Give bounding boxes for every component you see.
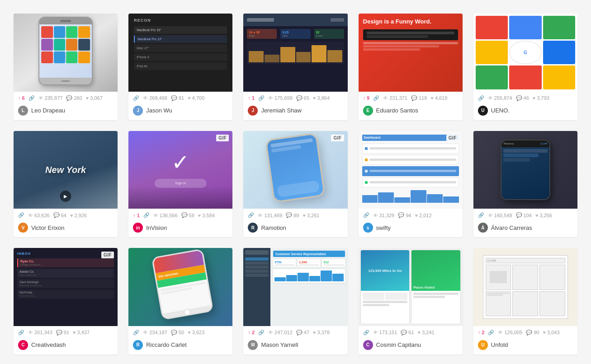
card-author[interactable]: MMason Yarnell [243,337,347,355]
boost-count: 9 [367,95,369,101]
card-author[interactable]: RRiccardo Carlet [128,337,232,355]
comment-icon: 💬 [53,212,60,218]
link-icon[interactable]: 🔗 [373,95,379,101]
boost-icon: ↑ [133,213,136,218]
card-thumbnail[interactable]: Die nächsten [128,248,232,326]
like-count: 3,067 [90,95,103,101]
card-author[interactable]: UUENO. [473,103,577,120]
card-thumbnail[interactable]: GIF [243,131,347,209]
author-name[interactable]: Álvaro Carreras [491,224,532,231]
shot-card[interactable]: INBOX8:47 AMRyan Co.Design revisions...A… [14,248,118,355]
card-thumbnail[interactable] [14,14,118,92]
card-author[interactable]: inInVision [128,220,232,237]
link-icon[interactable]: 🔗 [258,330,265,336]
author-name[interactable]: Leo Drapeau [31,107,65,114]
author-name[interactable]: InVision [146,224,167,231]
link-icon[interactable]: 🔗 [363,212,369,218]
shot-card[interactable]: CLOSE↑2🔗👁126,005💬90♥3,043UUnfold [473,248,577,355]
card-author[interactable]: UUnfold [473,337,577,355]
shot-card[interactable]: ✓Sign inGIF↑1🔗👁136,566💬59♥3,584inInVisio… [128,131,232,238]
author-name[interactable]: UENO. [491,107,510,114]
shot-card[interactable]: Die nächsten🔗👁234,187💬50♥3,623RRiccardo … [128,248,232,355]
author-name[interactable]: Jeremiah Shaw [261,107,302,114]
boost-stat: ↑6 [18,95,25,101]
card-author[interactable]: sswifty [359,220,463,237]
like-count: 3,623 [192,330,205,335]
like-stat: ♥3,241 [418,330,435,335]
author-name[interactable]: Victor Erixon [31,224,64,231]
card-thumbnail[interactable]: ✓Sign inGIF [128,131,232,209]
comment-stat: 💬64 [53,212,66,218]
link-icon[interactable]: 🔗 [258,95,265,101]
shot-card[interactable]: 14 ● 36stats0.23ratio32count↑1🔗👁175,699💬… [243,14,347,120]
author-name[interactable]: Riccardo Carlet [146,341,187,348]
card-stats: ↑1🔗👁136,566💬59♥3,584 [128,209,232,220]
author-name[interactable]: Unfold [491,341,508,348]
heart-icon: ♥ [543,330,546,335]
view-count: 255,874 [494,95,512,101]
card-thumbnail[interactable]: DashboardGIF [359,131,463,209]
view-stat: 👁255,874 [488,95,512,101]
link-icon[interactable]: 🔗 [363,330,369,336]
link-icon[interactable]: 🔗 [488,330,494,336]
card-stats: ↑6🔗👁235,877💬260♥3,067 [14,92,118,103]
like-stat: ♥3,437 [73,330,90,335]
link-icon[interactable]: 🔗 [18,330,24,336]
like-stat: ♥2,012 [415,213,432,218]
shot-card[interactable]: Rihanna11:54🔗👁160,548💬104♥3,256ÁÁlvaro C… [473,131,577,238]
shot-card[interactable]: G🔗👁255,874💬46♥3,793UUENO. [473,14,577,120]
card-thumbnail[interactable]: Customer Service Representative579k1,546… [243,248,347,326]
avatar: R [248,223,258,233]
shot-card[interactable]: GIF🔗👁131,469💬89♥3,261RRamotion [243,131,347,238]
boost-stat: ↑1 [133,213,140,218]
card-thumbnail[interactable]: Rihanna11:54 [473,131,577,209]
shot-card[interactable]: RECONMacBook Pro 15"MacBook Pro 13"iMac … [128,14,232,120]
card-thumbnail[interactable]: 14 ● 36stats0.23ratio32count [243,14,347,92]
link-icon[interactable]: 🔗 [18,212,24,218]
link-icon[interactable]: 🔗 [478,95,484,101]
card-author[interactable]: LLeo Drapeau [14,103,118,120]
shot-card[interactable]: DashboardGIF🔗👁31,329💬94♥2,012sswifty [359,131,463,238]
card-thumbnail[interactable]: G [473,14,577,92]
card-thumbnail[interactable]: CLOSE [473,248,577,326]
link-icon[interactable]: 🔗 [28,95,35,101]
author-name[interactable]: Eduardo Santos [376,107,418,114]
author-name[interactable]: Mason Yarnell [261,341,298,348]
view-count: 126,005 [504,330,522,335]
gif-badge: GIF [101,252,114,258]
shot-card[interactable]: Customer Service Representative579k1,546… [243,248,347,355]
shot-card[interactable]: 123,965 Miles to GoPlaces Visited🔗👁173,1… [359,248,463,355]
shot-card[interactable]: New York▶🔗👁63,626💬64♥2,926VVictor Erixon [14,131,118,238]
boost-count: 6 [22,95,25,101]
card-author[interactable]: CCreativedash [14,337,118,355]
link-icon[interactable]: 🔗 [478,212,484,218]
author-name[interactable]: Jason Wu [146,107,172,114]
card-author[interactable]: EEduardo Santos [359,103,463,120]
author-name[interactable]: Creativedash [31,341,66,348]
card-author[interactable]: RRamotion [243,220,347,237]
card-author[interactable]: VVictor Erixon [14,220,118,237]
card-thumbnail[interactable]: INBOX8:47 AMRyan Co.Design revisions...A… [14,248,118,326]
card-author[interactable]: CCosmin Capitanu [359,337,463,355]
link-icon[interactable]: 🔗 [133,95,139,101]
card-thumbnail[interactable]: 123,965 Miles to GoPlaces Visited [359,248,463,326]
avatar: E [363,106,373,116]
card-thumbnail[interactable]: Design is a Funny Word. [359,14,463,92]
view-stat: 👁63,626 [28,213,50,218]
link-icon[interactable]: 🔗 [248,212,254,218]
like-count: 3,241 [422,330,435,335]
shot-card[interactable]: Design is a Funny Word.↑9🔗👁231,371💬118♥4… [359,14,463,120]
link-icon[interactable]: 🔗 [133,330,139,336]
card-thumbnail[interactable]: New York▶ [14,131,118,209]
view-count: 31,329 [379,213,395,218]
card-thumbnail[interactable]: RECONMacBook Pro 15"MacBook Pro 13"iMac … [128,14,232,92]
shot-card[interactable]: ↑6🔗👁235,877💬260♥3,067LLeo Drapeau [14,14,118,120]
card-author[interactable]: JJeremiah Shaw [243,103,347,120]
author-name[interactable]: Ramotion [261,224,286,231]
comment-count: 94 [406,213,411,218]
author-name[interactable]: swifty [376,224,391,231]
link-icon[interactable]: 🔗 [143,212,150,218]
card-author[interactable]: ÁÁlvaro Carreras [473,220,577,237]
card-author[interactable]: JJason Wu [128,103,232,120]
author-name[interactable]: Cosmin Capitanu [376,341,421,348]
